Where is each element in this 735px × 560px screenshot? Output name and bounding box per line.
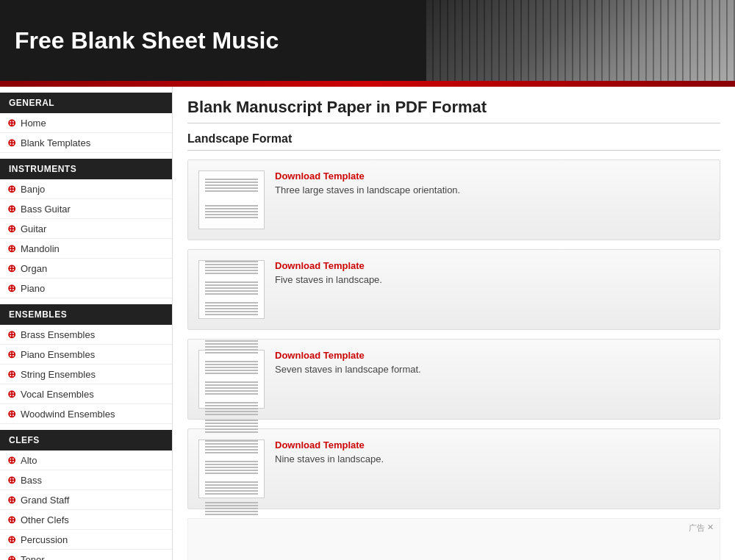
stave-line	[205, 387, 258, 389]
sidebar-item-brass-ensembles[interactable]: ⊕ Brass Ensembles	[0, 325, 172, 345]
plus-icon: ⊕	[7, 454, 16, 466]
stave-line	[205, 340, 258, 342]
stave-line	[205, 514, 258, 515]
stave-line	[205, 305, 258, 306]
plus-icon: ⊕	[7, 137, 16, 148]
sidebar-item-grand-staff-label: Grand Staff	[21, 495, 69, 506]
stave-line	[205, 217, 258, 218]
template-info-1: Download Template Three large staves in …	[275, 170, 709, 195]
download-link-3[interactable]: Download Template	[275, 350, 365, 361]
sidebar-item-grand-staff[interactable]: ⊕ Grand Staff	[0, 490, 172, 510]
stave-line	[205, 440, 258, 442]
plus-icon: ⊕	[7, 534, 16, 545]
stave-line	[205, 184, 258, 186]
stave-line	[205, 414, 258, 415]
plus-icon: ⊕	[7, 368, 16, 380]
stave-line	[205, 481, 258, 483]
plus-icon: ⊕	[7, 282, 16, 294]
sidebar-item-brass-label: Brass Ensembles	[21, 329, 95, 340]
sidebar-item-other-clefs-label: Other Clefs	[21, 514, 69, 525]
stave-line	[205, 343, 258, 345]
stave-line	[205, 261, 258, 262]
stave-group	[205, 205, 258, 218]
stave-line	[205, 214, 258, 215]
sidebar-item-banjo[interactable]: ⊕ Banjo	[0, 179, 172, 199]
sidebar-item-string-label: String Ensembles	[21, 369, 96, 380]
sidebar-item-percussion-label: Percussion	[21, 534, 68, 545]
sidebar-item-vocal-ensembles[interactable]: ⊕ Vocal Ensembles	[0, 384, 172, 404]
sidebar-ensembles-header: ENSEMBLES	[0, 304, 172, 325]
sidebar-item-banjo-label: Banjo	[21, 184, 45, 195]
stave-line	[205, 467, 258, 468]
stave-line	[205, 264, 258, 265]
sidebar-item-alto[interactable]: ⊕ Alto	[0, 450, 172, 470]
download-link-1[interactable]: Download Template	[275, 170, 365, 182]
plus-icon: ⊕	[7, 243, 16, 254]
stave-group	[205, 420, 258, 433]
stave-line	[205, 464, 258, 465]
sidebar-item-piano-ensembles[interactable]: ⊕ Piano Ensembles	[0, 345, 172, 365]
stave-line	[205, 308, 258, 309]
sidebar-general-header: GENERAL	[0, 93, 172, 113]
stave-line	[205, 428, 258, 430]
sidebar-item-piano[interactable]: ⊕ Piano	[0, 279, 172, 298]
stave-line	[205, 431, 258, 433]
plus-icon: ⊕	[7, 553, 16, 560]
stave-line	[205, 311, 258, 312]
template-desc-1: Three large staves in landscape orientat…	[275, 184, 709, 195]
header-red-bar	[0, 81, 735, 87]
plus-icon: ⊕	[7, 474, 16, 486]
sidebar-item-piano-ens-label: Piano Ensembles	[21, 349, 95, 360]
stave-line	[205, 443, 258, 445]
sidebar-item-bass-guitar-label: Bass Guitar	[21, 204, 71, 215]
stave-line	[205, 405, 258, 406]
sidebar-item-tenor[interactable]: ⊕ Tenor	[0, 550, 172, 560]
stave-line	[205, 493, 258, 495]
sidebar-item-percussion[interactable]: ⊕ Percussion	[0, 530, 172, 550]
sidebar-item-blank-templates-label: Blank Templates	[21, 137, 90, 148]
sidebar-item-mandolin[interactable]: ⊕ Mandolin	[0, 239, 172, 259]
stave-group	[205, 340, 258, 353]
stave-line	[205, 302, 258, 304]
sidebar-item-other-clefs[interactable]: ⊕ Other Clefs	[0, 510, 172, 530]
sidebar-item-woodwind-ensembles[interactable]: ⊕ Woodwind Ensembles	[0, 404, 172, 424]
stave-line	[205, 381, 258, 383]
stave-line	[205, 205, 258, 207]
sidebar-item-organ[interactable]: ⊕ Organ	[0, 259, 172, 279]
stave-group	[205, 440, 258, 453]
plus-icon: ⊕	[7, 203, 16, 215]
sidebar-item-bass-guitar[interactable]: ⊕ Bass Guitar	[0, 199, 172, 219]
stave-line	[205, 390, 258, 392]
stave-line	[205, 281, 258, 283]
stave-line	[205, 411, 258, 412]
stave-line	[205, 408, 258, 409]
sidebar-item-blank-templates[interactable]: ⊕ Blank Templates	[0, 133, 172, 153]
download-link-4[interactable]: Download Template	[275, 439, 365, 450]
stave-line	[205, 473, 258, 474]
template-info-2: Download Template Five staves in landsca…	[275, 260, 709, 285]
ad-label: 广告	[689, 523, 705, 534]
download-link-2[interactable]: Download Template	[275, 260, 365, 271]
stave-line	[205, 284, 258, 286]
stave-line	[205, 487, 258, 489]
template-thumbnail-3	[198, 350, 265, 409]
sidebar-item-bass[interactable]: ⊕ Bass	[0, 470, 172, 490]
stave-line	[205, 423, 258, 424]
stave-line	[205, 490, 258, 492]
stave-group	[205, 361, 258, 374]
sidebar-item-string-ensembles[interactable]: ⊕ String Ensembles	[0, 365, 172, 384]
ad-close-button[interactable]: ✕	[707, 523, 714, 532]
plus-icon: ⊕	[7, 183, 16, 195]
site-header: Free Blank Sheet Music	[0, 0, 735, 81]
template-card-2: Download Template Five staves in landsca…	[187, 249, 720, 330]
template-thumbnail-4	[198, 439, 265, 498]
stave-line	[205, 349, 258, 351]
stave-line	[205, 508, 258, 509]
page-title: Blank Manuscript Paper in PDF Format	[187, 98, 720, 123]
stave-group	[205, 179, 258, 192]
plus-icon: ⊕	[7, 117, 16, 129]
sidebar-item-guitar[interactable]: ⊕ Guitar	[0, 219, 172, 239]
sidebar-item-home[interactable]: ⊕ Home	[0, 113, 172, 133]
stave-line	[205, 484, 258, 486]
stave-line	[205, 179, 258, 180]
